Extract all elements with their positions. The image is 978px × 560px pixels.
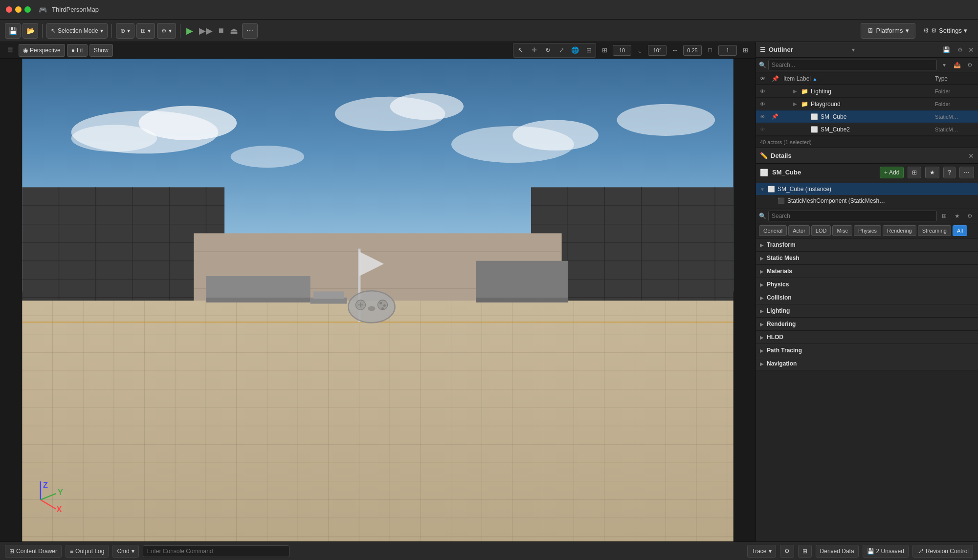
details-search-favorite-button[interactable]: ★: [952, 211, 962, 221]
tab-streaming[interactable]: Streaming: [918, 225, 951, 236]
scale-size-display: 0.25: [683, 45, 702, 56]
select-tool-button[interactable]: ↖: [514, 44, 527, 57]
tab-general[interactable]: General: [759, 225, 787, 236]
outliner-action-1[interactable]: 📤: [952, 60, 962, 70]
blueprint-button[interactable]: ⊞ ▾: [136, 23, 155, 39]
visibility-sm-cube2[interactable]: 👁: [760, 127, 770, 132]
outliner-settings-button[interactable]: ⚙: [955, 44, 965, 55]
visibility-sm-cube[interactable]: 👁: [760, 114, 770, 120]
component-row-staticmesh[interactable]: ⬛ StaticMeshComponent (StaticMesh…: [756, 195, 978, 207]
cmd-button[interactable]: Cmd ▾: [112, 545, 138, 558]
output-log-button[interactable]: ≡ Output Log: [66, 545, 109, 558]
title-navigation: Navigation: [767, 360, 797, 367]
section-physics: ▶ Physics: [756, 278, 978, 291]
lit-button[interactable]: ● Lit: [67, 44, 88, 57]
outliner-save-button[interactable]: 💾: [941, 44, 952, 55]
actor-add-button[interactable]: ⊕ ▾: [116, 23, 134, 39]
world-tool-button[interactable]: 🌐: [569, 44, 581, 57]
snap-to-surface-button[interactable]: ⊞: [582, 44, 595, 57]
settings-icon-button[interactable]: ⚙: [780, 545, 794, 558]
details-favorite-button[interactable]: ★: [925, 167, 939, 178]
outliner-action-2[interactable]: ⚙: [964, 60, 975, 70]
section-rendering-header[interactable]: ▶ Rendering: [756, 318, 978, 330]
settings-button[interactable]: ⚙ ⚙ Settings ▾: [917, 23, 973, 39]
more-options-button[interactable]: ⋯: [242, 23, 258, 39]
section-path-tracing-header[interactable]: ▶ Path Tracing: [756, 344, 978, 357]
play-button[interactable]: ▶: [184, 25, 195, 36]
outliner-row-sm-cube[interactable]: 👁 📌 ⬜ SM_Cube StaticM…: [756, 110, 978, 123]
details-close-button[interactable]: ✕: [968, 152, 974, 160]
scale-tool-button[interactable]: ⤢: [555, 44, 568, 57]
visibility-lighting[interactable]: 👁: [760, 88, 770, 94]
outliner-dropdown-icon[interactable]: ▾: [939, 60, 950, 70]
expand-lighting[interactable]: ▶: [793, 88, 799, 94]
eject-button[interactable]: ⏏: [228, 25, 240, 36]
outliner-row-playground[interactable]: 👁 ▶ 📁 Playground Folder: [756, 98, 978, 110]
section-collision-header[interactable]: ▶ Collision: [756, 291, 978, 304]
unsaved-button[interactable]: 💾 2 Unsaved: [863, 545, 909, 558]
viewport[interactable]: ☰ ◉ Perspective ● Lit Show ↖ ✛ ↻ ⤢ 🌐 ⊞: [0, 42, 756, 541]
console-input[interactable]: [143, 545, 289, 557]
outliner-search-icon: 🔍: [759, 62, 766, 68]
perspective-label: Perspective: [30, 47, 61, 54]
section-navigation: ▶ Navigation: [756, 357, 978, 370]
details-layout-button[interactable]: ⊞: [908, 167, 921, 178]
camera-speed-button[interactable]: ⊞: [598, 44, 611, 57]
tab-actor[interactable]: Actor: [788, 225, 810, 236]
component-row-instance[interactable]: ▼ ⬜ SM_Cube (Instance): [756, 183, 978, 195]
details-add-button[interactable]: + Add: [880, 167, 904, 178]
perspective-button[interactable]: ◉ Perspective: [19, 44, 65, 57]
section-physics-header[interactable]: ▶ Physics: [756, 278, 978, 291]
expand-static-mesh: ▶: [760, 256, 764, 261]
show-button[interactable]: Show: [89, 44, 113, 57]
minimize-button[interactable]: [15, 6, 22, 13]
tab-lod[interactable]: LOD: [811, 225, 831, 236]
tab-rendering[interactable]: Rendering: [883, 225, 916, 236]
viewport-settings-button[interactable]: ⊞: [739, 44, 752, 57]
build-button[interactable]: ⚙ ▾: [157, 23, 176, 39]
close-button[interactable]: [6, 6, 12, 13]
outliner-close-button[interactable]: ✕: [968, 46, 974, 54]
sort-icon: ▲: [812, 76, 817, 82]
selection-mode-button[interactable]: ↖ Selection Mode ▾: [46, 23, 108, 39]
section-materials-header[interactable]: ▶ Materials: [756, 265, 978, 278]
perspective-icon: ◉: [23, 47, 28, 54]
settings-gear-icon: ⚙: [923, 27, 929, 34]
tab-physics[interactable]: Physics: [854, 225, 881, 236]
section-lighting-header[interactable]: ▶ Lighting: [756, 304, 978, 317]
details-search-settings-button[interactable]: ⚙: [964, 211, 975, 221]
section-navigation-header[interactable]: ▶ Navigation: [756, 357, 978, 370]
tab-all[interactable]: All: [953, 225, 967, 236]
save-button[interactable]: 💾: [5, 23, 21, 39]
maximize-button[interactable]: [24, 6, 31, 13]
platforms-button[interactable]: 🖥 Platforms ▾: [861, 23, 916, 39]
revision-control-button[interactable]: ⎇ Revision Control: [912, 545, 973, 558]
trace-button[interactable]: Trace ▾: [747, 545, 776, 558]
section-static-mesh-header[interactable]: ▶ Static Mesh: [756, 252, 978, 264]
section-collision: ▶ Collision: [756, 291, 978, 304]
derived-data-button[interactable]: Derived Data: [816, 545, 859, 558]
open-button[interactable]: 📂: [22, 23, 38, 39]
rotate-tool-button[interactable]: ↻: [541, 44, 554, 57]
outliner-row-lighting[interactable]: 👁 ▶ 📁 Lighting Folder: [756, 85, 978, 98]
details-help-button[interactable]: ?: [943, 167, 956, 178]
section-transform-header[interactable]: ▶ Transform: [756, 238, 978, 251]
simulate-button[interactable]: ▶▶: [197, 25, 215, 36]
outliner-filter-button[interactable]: ▾: [848, 44, 859, 55]
outliner-row-sm-cube2[interactable]: 👁 ⬜ SM_Cube2 StaticM…: [756, 123, 978, 136]
expand-playground[interactable]: ▶: [793, 101, 799, 107]
app-icon: 🎮: [39, 6, 47, 14]
tab-misc[interactable]: Misc: [832, 225, 852, 236]
stop-button[interactable]: ■: [217, 25, 226, 36]
viewport-canvas[interactable]: Z X Y: [0, 59, 756, 541]
viewport-menu-button[interactable]: ☰: [4, 44, 17, 57]
move-tool-button[interactable]: ✛: [528, 44, 540, 57]
something-icon-button[interactable]: ⊞: [798, 545, 812, 558]
outliner-search-input[interactable]: [768, 60, 937, 70]
section-hlod-header[interactable]: ▶ HLOD: [756, 331, 978, 344]
visibility-playground[interactable]: 👁: [760, 101, 770, 107]
details-search-layout-button[interactable]: ⊞: [939, 211, 950, 221]
content-drawer-button[interactable]: ⊞ Content Drawer: [5, 545, 62, 558]
details-search-input[interactable]: [768, 211, 937, 221]
details-more-button[interactable]: ⋯: [959, 167, 974, 178]
